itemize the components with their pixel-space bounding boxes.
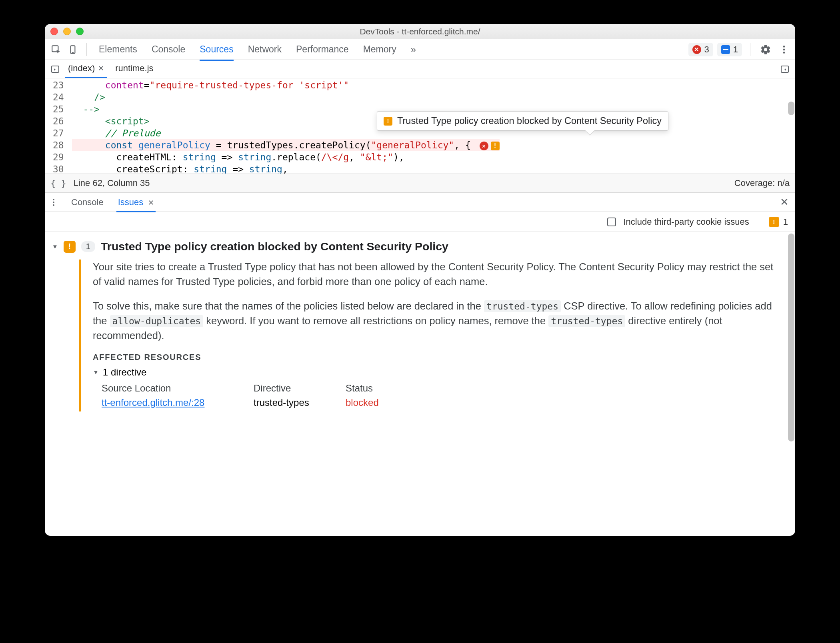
error-icon: ✕ <box>692 45 701 54</box>
devtools-window: DevTools - tt-enforced.glitch.me/ Elemen… <box>45 24 795 536</box>
device-toolbar-icon[interactable] <box>66 42 80 57</box>
message-count: 1 <box>733 44 738 55</box>
diagnostic-tooltip: ! Trusted Type policy creation blocked b… <box>377 111 668 131</box>
tooltip-text: Trusted Type policy creation blocked by … <box>397 116 662 126</box>
debugger-pane-toggle-icon[interactable] <box>778 62 792 76</box>
svg-rect-6 <box>52 66 59 72</box>
panel-tabs: Elements Console Sources Network Perform… <box>99 39 416 60</box>
td-source-location[interactable]: tt-enforced.glitch.me/:28 <box>102 397 254 408</box>
tab-network[interactable]: Network <box>248 39 282 60</box>
error-count-pill[interactable]: ✕ 3 <box>688 43 713 56</box>
message-count-pill[interactable]: 1 <box>717 43 742 56</box>
main-toolbar: Elements Console Sources Network Perform… <box>45 39 795 60</box>
include-third-party-label: Include third-party cookie issues <box>623 217 749 227</box>
svg-point-3 <box>783 46 785 48</box>
td-status: blocked <box>346 397 426 408</box>
drawer-tabs: Console Issues ✕ ✕ <box>45 193 795 212</box>
tab-performance[interactable]: Performance <box>296 39 349 60</box>
file-tab-index[interactable]: (index) ✕ <box>62 59 110 79</box>
minimize-window-button[interactable] <box>63 28 71 35</box>
warning-icon: ! <box>64 241 76 253</box>
tab-sources[interactable]: Sources <box>200 39 233 60</box>
code-editor[interactable]: 2324252627282930 content="require-truste… <box>45 78 795 174</box>
svg-point-9 <box>53 202 54 203</box>
issues-count[interactable]: ! 1 <box>769 217 788 227</box>
issue-header[interactable]: ▼ ! 1 Trusted Type policy creation block… <box>52 240 784 253</box>
inspect-element-icon[interactable] <box>49 42 63 57</box>
source-location-link[interactable]: tt-enforced.glitch.me/:28 <box>102 397 204 408</box>
line-gutter[interactable]: 2324252627282930 <box>45 78 69 174</box>
directive-summary: 1 directive <box>103 367 146 378</box>
close-tab-icon[interactable]: ✕ <box>98 64 104 73</box>
code-chip: trusted-types <box>548 315 625 327</box>
code-chip: allow-duplicates <box>110 315 204 327</box>
issue-panel: ▼ ! 1 Trusted Type policy creation block… <box>45 232 795 536</box>
warning-icon: ! <box>384 117 392 126</box>
drawer-tab-issues[interactable]: Issues ✕ <box>116 193 156 212</box>
directive-summary-row[interactable]: ▼ 1 directive <box>93 367 784 378</box>
titlebar: DevTools - tt-enforced.glitch.me/ <box>45 24 795 39</box>
issue-title: Trusted Type policy creation blocked by … <box>101 240 448 253</box>
th-status: Status <box>346 383 426 394</box>
affected-resources-heading: AFFECTED RESOURCES <box>93 353 784 362</box>
editor-statusbar: { } Line 62, Column 35 Coverage: n/a <box>45 174 795 193</box>
drawer-tab-label: Issues <box>118 197 144 207</box>
th-directive: Directive <box>254 383 346 394</box>
svg-point-5 <box>783 52 785 54</box>
more-vertical-icon[interactable] <box>777 42 791 57</box>
cursor-position: Line 62, Column 35 <box>74 178 150 188</box>
file-tab-label: (index) <box>68 63 95 74</box>
window-title: DevTools - tt-enforced.glitch.me/ <box>45 27 795 36</box>
window-controls <box>50 28 84 35</box>
close-drawer-button[interactable]: ✕ <box>776 196 793 208</box>
issue-count-badge: 1 <box>81 241 95 252</box>
tab-console[interactable]: Console <box>152 39 185 60</box>
include-third-party-checkbox[interactable] <box>607 218 616 226</box>
error-count: 3 <box>704 44 709 55</box>
disclosure-triangle-icon[interactable]: ▼ <box>93 369 99 375</box>
drawer-tab-console[interactable]: Console <box>70 193 105 212</box>
settings-gear-icon[interactable] <box>758 42 773 57</box>
close-window-button[interactable] <box>50 28 58 35</box>
issue-paragraph-2: To solve this, make sure that the names … <box>93 299 784 343</box>
scrollbar-vertical-thumb[interactable] <box>788 234 794 441</box>
tab-memory[interactable]: Memory <box>363 39 396 60</box>
message-icon <box>721 45 730 54</box>
pretty-print-button[interactable]: { } <box>50 178 66 188</box>
svg-rect-7 <box>781 66 788 72</box>
toolbar-right: ✕ 3 1 <box>688 42 792 57</box>
separator <box>86 43 87 56</box>
drawer-more-icon[interactable] <box>49 198 58 207</box>
separator <box>750 43 750 56</box>
disclosure-triangle-icon[interactable]: ▼ <box>52 243 58 250</box>
issues-count-value: 1 <box>783 217 788 227</box>
close-tab-icon[interactable]: ✕ <box>148 199 154 207</box>
separator <box>759 216 759 228</box>
scrollbar-vertical-thumb[interactable] <box>788 102 794 115</box>
th-source-location: Source Location <box>102 383 254 394</box>
code-chip: trusted-types <box>484 300 561 312</box>
zoom-window-button[interactable] <box>76 28 84 35</box>
svg-point-8 <box>53 199 54 200</box>
issue-paragraph-1: Your site tries to create a Trusted Type… <box>93 260 784 289</box>
svg-point-4 <box>783 48 785 50</box>
td-directive: trusted-types <box>254 397 346 408</box>
warning-icon: ! <box>769 217 779 227</box>
coverage-status: Coverage: n/a <box>734 178 790 188</box>
file-tab-label: runtime.js <box>115 63 153 74</box>
svg-point-10 <box>53 204 54 206</box>
navigator-toggle-icon[interactable] <box>48 62 62 76</box>
file-tabs: (index) ✕ runtime.js <box>45 60 795 78</box>
issues-filter-bar: Include third-party cookie issues ! 1 <box>45 212 795 232</box>
file-tab-runtime[interactable]: runtime.js <box>110 59 159 79</box>
tab-elements[interactable]: Elements <box>99 39 137 60</box>
affected-resources-table: Source Location Directive Status tt-enfo… <box>102 383 784 408</box>
issue-body: Your site tries to create a Trusted Type… <box>79 260 784 411</box>
tabs-overflow-button[interactable]: » <box>411 39 416 60</box>
